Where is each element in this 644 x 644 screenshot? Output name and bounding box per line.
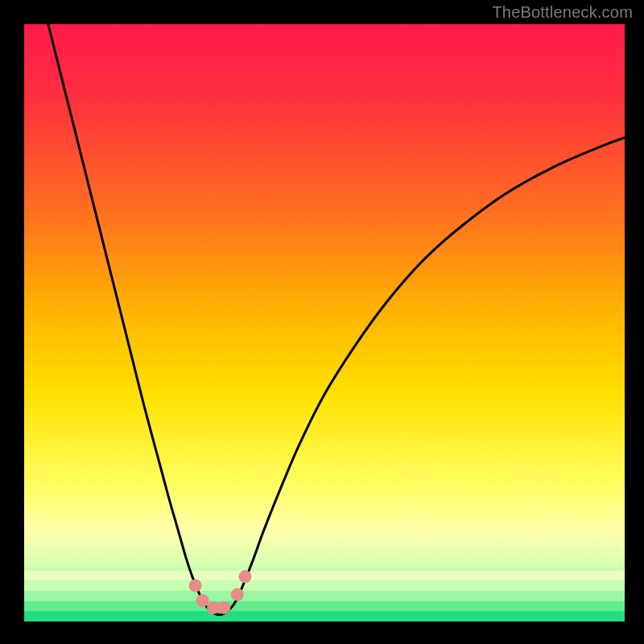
plot-area [24, 24, 625, 621]
green-band [24, 591, 625, 601]
trough-marker [196, 594, 209, 607]
green-band [24, 601, 625, 612]
green-band [24, 571, 625, 581]
chart-frame: TheBottleneck.com [0, 0, 644, 644]
watermark-text: TheBottleneck.com [492, 3, 633, 22]
trough-marker [189, 579, 202, 592]
gradient-background [24, 24, 625, 621]
chart-svg [24, 24, 625, 621]
green-band [24, 581, 625, 592]
trough-marker [239, 570, 252, 583]
trough-marker [217, 601, 230, 614]
green-band [24, 611, 625, 621]
trough-marker [231, 588, 244, 601]
